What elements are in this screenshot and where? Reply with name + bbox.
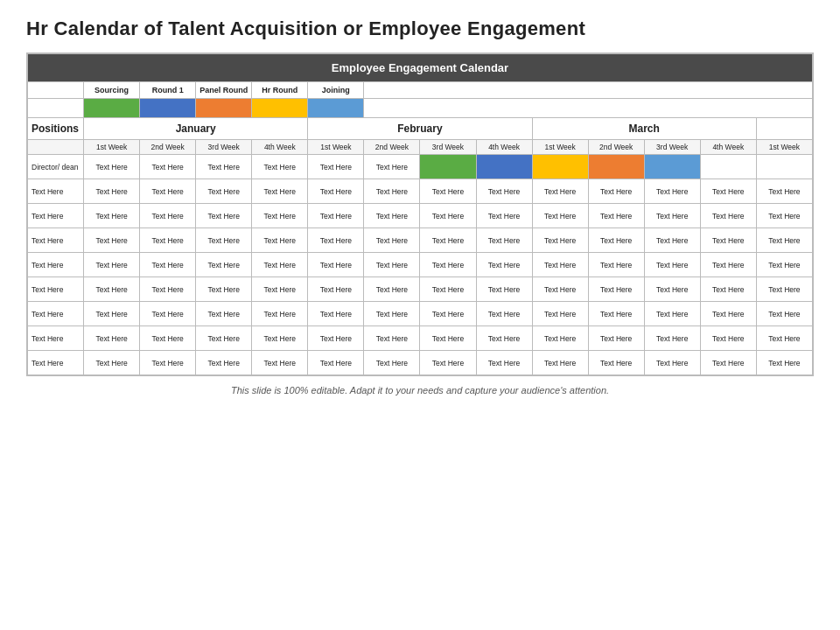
table-cell: Text Here bbox=[420, 302, 476, 326]
row-label: Text Here bbox=[28, 253, 84, 277]
legend-spacer bbox=[364, 82, 813, 99]
table-cell: Text Here bbox=[700, 253, 756, 277]
positions-label: Positions bbox=[28, 118, 84, 140]
color-orange bbox=[196, 99, 252, 118]
table-cell: Text Here bbox=[700, 228, 756, 253]
table-row: Text HereText HereText HereText HereText… bbox=[28, 228, 813, 253]
table-cell: Text Here bbox=[252, 228, 308, 253]
table-cell: Text Here bbox=[140, 179, 196, 204]
table-cell: Text Here bbox=[308, 179, 364, 204]
table-cell: Text Here bbox=[532, 326, 588, 351]
table-cell: Text Here bbox=[532, 351, 588, 375]
table-cell: Text Here bbox=[140, 302, 196, 326]
table-cell: Text Here bbox=[588, 302, 644, 326]
table-cell: Text Here bbox=[588, 351, 644, 375]
table-cell: Text Here bbox=[532, 204, 588, 228]
color-ltblue bbox=[308, 99, 364, 118]
legend-joining: Joining bbox=[308, 82, 364, 99]
table-cell: Text Here bbox=[644, 351, 700, 375]
header-row: Employee Engagement Calendar bbox=[28, 54, 813, 82]
table-cell: Text Here bbox=[140, 253, 196, 277]
table-cell: Text Here bbox=[700, 204, 756, 228]
table-cell: Text Here bbox=[84, 228, 140, 253]
week-jan-3: 3rd Week bbox=[196, 140, 252, 155]
calendar-table: Employee Engagement Calendar Sourcing Ro… bbox=[27, 53, 813, 375]
table-row: Text HereText HereText HereText HereText… bbox=[28, 179, 813, 204]
row-label: Text Here bbox=[28, 302, 84, 326]
table-cell: Text Here bbox=[364, 351, 420, 375]
table-cell: Text Here bbox=[476, 302, 532, 326]
table-cell: Text Here bbox=[196, 179, 252, 204]
table-cell: Text Here bbox=[196, 302, 252, 326]
table-cell: Text Here bbox=[588, 253, 644, 277]
table-cell: Text Here bbox=[420, 277, 476, 302]
table-cell: Text Here bbox=[756, 204, 812, 228]
table-cell: Text Here bbox=[532, 302, 588, 326]
table-cell: Text Here bbox=[252, 179, 308, 204]
row-label: Text Here bbox=[28, 351, 84, 375]
table-cell: Text Here bbox=[84, 253, 140, 277]
table-row: Text HereText HereText HereText HereText… bbox=[28, 277, 813, 302]
legend-hr: Hr Round bbox=[252, 82, 308, 99]
row-label: Text Here bbox=[28, 277, 84, 302]
table-cell: Text Here bbox=[252, 204, 308, 228]
color-yellow bbox=[252, 99, 308, 118]
week-empty bbox=[28, 140, 84, 155]
table-cell: Text Here bbox=[364, 155, 420, 179]
january-label: January bbox=[84, 118, 308, 140]
table-row: Text HereText HereText HereText HereText… bbox=[28, 326, 813, 351]
table-cell: Text Here bbox=[476, 326, 532, 351]
table-cell: Text Here bbox=[644, 228, 700, 253]
calendar-table-wrapper: Employee Engagement Calendar Sourcing Ro… bbox=[26, 52, 814, 376]
table-cell: Text Here bbox=[532, 253, 588, 277]
footer-text: This slide is 100% editable. Adapt it to… bbox=[26, 385, 814, 396]
color-spacer bbox=[364, 99, 813, 118]
table-cell: Text Here bbox=[420, 179, 476, 204]
table-cell: Text Here bbox=[252, 326, 308, 351]
table-cell: Text Here bbox=[140, 204, 196, 228]
table-cell: Text Here bbox=[476, 351, 532, 375]
week-feb-1: 1st Week bbox=[308, 140, 364, 155]
table-cell: Text Here bbox=[140, 351, 196, 375]
color-empty bbox=[28, 99, 84, 118]
color-green bbox=[84, 99, 140, 118]
table-cell: Text Here bbox=[252, 253, 308, 277]
table-row: Text HereText HereText HereText HereText… bbox=[28, 204, 813, 228]
table-cell: Text Here bbox=[252, 302, 308, 326]
week-mar-3: 3rd Week bbox=[644, 140, 700, 155]
table-cell bbox=[644, 155, 700, 179]
week-feb-3: 3rd Week bbox=[420, 140, 476, 155]
table-cell: Text Here bbox=[700, 179, 756, 204]
table-cell: Text Here bbox=[140, 277, 196, 302]
calendar-header: Employee Engagement Calendar bbox=[28, 54, 813, 82]
table-cell: Text Here bbox=[588, 204, 644, 228]
week-feb-2: 2nd Week bbox=[364, 140, 420, 155]
table-cell: Text Here bbox=[84, 302, 140, 326]
table-cell: Text Here bbox=[196, 204, 252, 228]
table-cell: Text Here bbox=[476, 228, 532, 253]
table-cell: Text Here bbox=[420, 253, 476, 277]
table-cell: Text Here bbox=[196, 326, 252, 351]
legend-sourcing: Sourcing bbox=[84, 82, 140, 99]
table-cell: Text Here bbox=[308, 155, 364, 179]
table-cell: Text Here bbox=[140, 326, 196, 351]
table-cell: Text Here bbox=[700, 351, 756, 375]
table-cell: Text Here bbox=[196, 253, 252, 277]
table-cell: Text Here bbox=[532, 277, 588, 302]
table-cell: Text Here bbox=[476, 277, 532, 302]
table-cell: Text Here bbox=[364, 204, 420, 228]
table-cell: Text Here bbox=[308, 253, 364, 277]
table-cell: Text Here bbox=[644, 253, 700, 277]
table-cell: Text Here bbox=[420, 326, 476, 351]
month-row: Positions January February March bbox=[28, 118, 813, 140]
table-cell: Text Here bbox=[364, 277, 420, 302]
table-cell: Text Here bbox=[644, 277, 700, 302]
table-cell: Text Here bbox=[532, 228, 588, 253]
table-cell: Text Here bbox=[588, 326, 644, 351]
table-cell: Text Here bbox=[84, 326, 140, 351]
table-cell: Text Here bbox=[476, 253, 532, 277]
table-cell: Text Here bbox=[588, 179, 644, 204]
march-label: March bbox=[532, 118, 756, 140]
legend-empty bbox=[28, 82, 84, 99]
color-blue bbox=[140, 99, 196, 118]
